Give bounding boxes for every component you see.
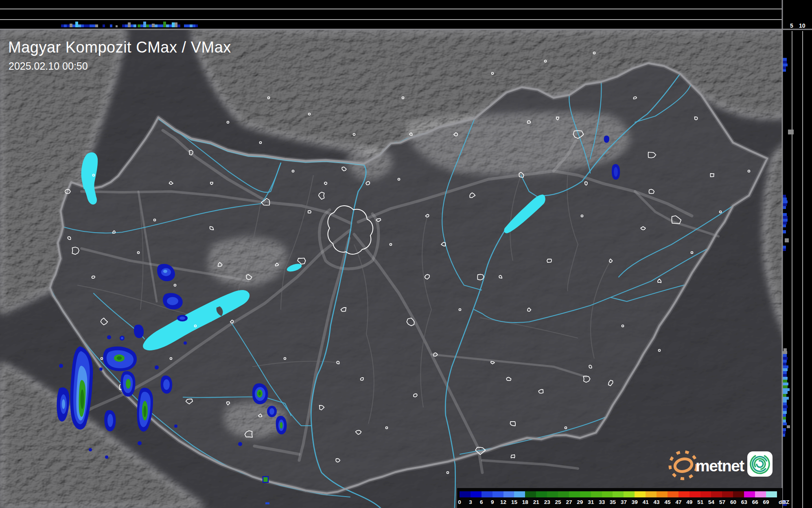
colorbar-tick-label: 63 <box>741 499 747 505</box>
echo-pixel <box>783 400 787 402</box>
map-datetime: 2025.02.10 00:50 <box>9 60 88 72</box>
echo-pixel <box>783 357 788 360</box>
colorbar-tick-label: 37 <box>621 499 627 505</box>
echo-pixel <box>783 216 788 219</box>
colorbar-block <box>460 491 471 497</box>
colorbar-tick-label: 3 <box>469 499 472 505</box>
echo-pixel <box>184 24 187 27</box>
colorbar-tick-label: 43 <box>654 499 660 505</box>
colorbar-tick-label: 57 <box>719 499 725 505</box>
echo-pixel <box>177 24 180 27</box>
colorbar-tick-label: 35 <box>610 499 616 505</box>
echo-pixel <box>783 383 788 385</box>
echo-pixel <box>166 24 169 27</box>
echo-pixel <box>78 24 81 27</box>
echo-pixel <box>783 408 787 411</box>
colorbar-tick-label: 27 <box>566 499 572 505</box>
echo-pixel <box>783 203 787 206</box>
echo-pixel <box>783 397 789 400</box>
echo-pixel <box>116 25 118 27</box>
echo-pixel <box>783 224 786 227</box>
echo-pixel <box>783 219 788 222</box>
colorbar-tick-label: 0 <box>458 499 461 505</box>
colorbar-block <box>722 491 733 497</box>
colorbar-block <box>602 491 613 497</box>
colorbar-block <box>482 491 492 497</box>
echo-pixel <box>84 24 87 27</box>
colorbar-tick-label: 39 <box>632 499 638 505</box>
echo-pixel <box>67 24 70 27</box>
echo-pixel <box>61 24 64 27</box>
echo-pixel <box>81 24 84 27</box>
colorbar-block <box>547 491 558 497</box>
echo-pixel <box>783 64 788 66</box>
colorbar-block <box>558 491 569 497</box>
colorbar-block <box>624 491 635 497</box>
right-axis-tick-5: 5 <box>790 22 793 29</box>
colorbar-block <box>525 491 536 497</box>
echo-pixel <box>143 22 146 27</box>
echo-pixel <box>783 428 786 431</box>
echo-pixel <box>783 230 786 233</box>
echo-pixel <box>90 24 92 27</box>
echo-pixel <box>783 206 786 209</box>
colorbar-block <box>744 491 755 497</box>
echo-pixel <box>195 24 198 27</box>
echo-pixel <box>125 24 128 27</box>
colorbar-tick-label: 60 <box>730 499 736 505</box>
echo-pixel <box>128 22 131 27</box>
echo-pixel <box>140 24 143 27</box>
echo-pixel <box>783 222 787 224</box>
echo-pixel <box>783 431 786 434</box>
radar-composite-screen: 10 5 5 10 metnet Magyar K <box>0 0 812 508</box>
echo-pixel <box>783 363 786 365</box>
colorbar-block <box>514 491 525 497</box>
right-cross-section-panel: 5 10 <box>782 0 812 508</box>
colorbar-tick-label: 12 <box>500 499 506 505</box>
colorbar-block <box>733 491 744 497</box>
echo-pixel <box>783 377 788 380</box>
echo-pixel <box>783 420 786 422</box>
colorbar-block <box>668 491 678 497</box>
echo-pixel <box>783 391 788 394</box>
colorbar-tick-label: 29 <box>577 499 583 505</box>
echo-pixel <box>187 24 190 27</box>
colorbar-block <box>766 491 777 497</box>
colorbar-block <box>569 491 580 497</box>
echo-pixel <box>103 24 105 27</box>
colorbar-block <box>580 491 591 497</box>
echo-pixel <box>149 24 152 27</box>
echo-pixel <box>788 130 794 134</box>
echo-pixel <box>122 24 125 27</box>
echo-pixel <box>783 434 785 437</box>
echo-pixel <box>160 24 163 27</box>
colorbar-tick-label: 15 <box>511 499 517 505</box>
colorbar-tick-label: 18 <box>522 499 528 505</box>
dbz-colorbar: 0369121518212325272931333537394143454749… <box>460 491 777 506</box>
echo-pixel <box>70 24 72 27</box>
colorbar-tick-label: 9 <box>491 499 494 505</box>
echo-pixel <box>783 385 788 388</box>
echo-pixel <box>175 22 177 27</box>
echo-pixel <box>783 380 787 383</box>
echo-pixel <box>783 66 786 69</box>
echo-pixel <box>95 24 98 27</box>
colorbar-tick-label: 25 <box>555 499 561 505</box>
echo-pixel <box>783 371 787 374</box>
top-cross-section-panel: 10 5 <box>0 0 812 29</box>
echo-pixel <box>110 24 112 27</box>
echo-pixel <box>169 24 172 27</box>
echo-pixel <box>785 238 789 242</box>
echo-pixel <box>172 22 175 27</box>
echo-pixel <box>787 425 790 428</box>
echo-pixel <box>783 195 786 198</box>
echo-pixel <box>783 405 788 408</box>
echo-pixel <box>87 24 90 27</box>
echo-pixel <box>783 354 787 357</box>
colorbar-block <box>678 491 689 497</box>
echo-pixel <box>783 402 787 405</box>
colorbar-unit-label: dBZ <box>779 499 789 505</box>
colorbar-tick-label: 66 <box>752 499 758 505</box>
colorbar-block <box>711 491 722 497</box>
echo-pixel <box>134 24 136 27</box>
